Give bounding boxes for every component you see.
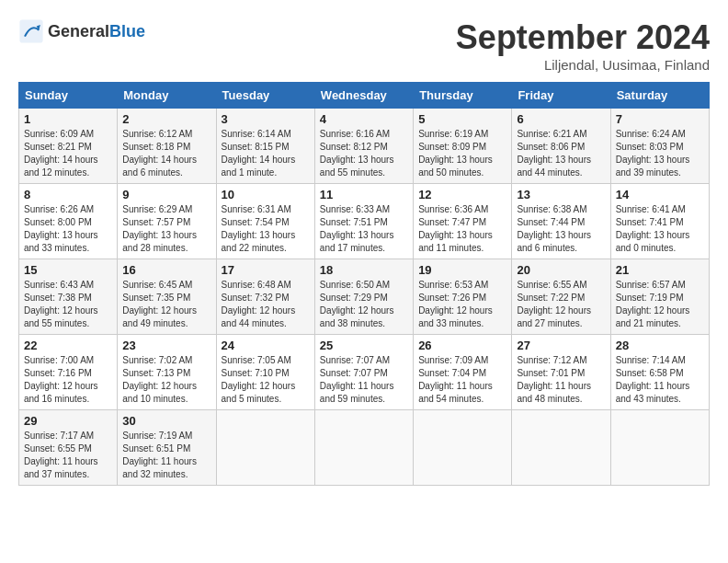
table-row: 1 Sunrise: 6:09 AM Sunset: 8:21 PM Dayli… — [19, 109, 118, 184]
day-info: Sunrise: 7:00 AM Sunset: 7:16 PM Dayligh… — [24, 354, 112, 406]
day-info: Sunrise: 6:38 AM Sunset: 7:44 PM Dayligh… — [517, 203, 605, 255]
day-info: Sunrise: 7:02 AM Sunset: 7:13 PM Dayligh… — [122, 354, 210, 406]
calendar-header-row: Sunday Monday Tuesday Wednesday Thursday… — [19, 83, 710, 109]
table-row: 17 Sunrise: 6:48 AM Sunset: 7:32 PM Dayl… — [216, 259, 314, 335]
day-info: Sunrise: 6:26 AM Sunset: 8:00 PM Dayligh… — [24, 203, 112, 255]
day-number: 4 — [320, 112, 408, 126]
calendar-week-row: 29 Sunrise: 7:17 AM Sunset: 6:55 PM Dayl… — [19, 410, 710, 486]
day-number: 10 — [222, 188, 310, 201]
col-thursday: Thursday — [414, 83, 512, 109]
table-row: 9 Sunrise: 6:29 AM Sunset: 7:57 PM Dayli… — [118, 184, 216, 259]
day-info: Sunrise: 6:48 AM Sunset: 7:32 PM Dayligh… — [222, 279, 310, 330]
day-info: Sunrise: 6:33 AM Sunset: 7:51 PM Dayligh… — [320, 203, 408, 255]
calendar-week-row: 15 Sunrise: 6:43 AM Sunset: 7:38 PM Dayl… — [19, 259, 710, 335]
day-info: Sunrise: 6:29 AM Sunset: 7:57 PM Dayligh… — [122, 203, 210, 255]
table-row: 2 Sunrise: 6:12 AM Sunset: 8:18 PM Dayli… — [118, 109, 216, 184]
day-number: 8 — [24, 188, 112, 201]
table-row — [414, 410, 512, 486]
day-info: Sunrise: 6:45 AM Sunset: 7:35 PM Dayligh… — [122, 279, 210, 330]
table-row: 10 Sunrise: 6:31 AM Sunset: 7:54 PM Dayl… — [216, 184, 314, 259]
day-number: 30 — [122, 414, 210, 428]
calendar-week-row: 8 Sunrise: 6:26 AM Sunset: 8:00 PM Dayli… — [19, 184, 710, 259]
table-row: 6 Sunrise: 6:21 AM Sunset: 8:06 PM Dayli… — [512, 109, 610, 184]
table-row: 26 Sunrise: 7:09 AM Sunset: 7:04 PM Dayl… — [414, 335, 512, 410]
table-row: 16 Sunrise: 6:45 AM Sunset: 7:35 PM Dayl… — [118, 259, 216, 335]
calendar-week-row: 22 Sunrise: 7:00 AM Sunset: 7:16 PM Dayl… — [19, 335, 710, 410]
day-info: Sunrise: 6:16 AM Sunset: 8:12 PM Dayligh… — [320, 128, 408, 179]
day-info: Sunrise: 6:24 AM Sunset: 8:03 PM Dayligh… — [616, 128, 704, 179]
table-row: 23 Sunrise: 7:02 AM Sunset: 7:13 PM Dayl… — [118, 335, 216, 410]
title-block: September 2024 Liljendal, Uusimaa, Finla… — [456, 18, 710, 73]
day-number: 23 — [122, 339, 210, 352]
col-sunday: Sunday — [19, 83, 118, 109]
logo-general-text: General — [48, 22, 109, 40]
table-row: 3 Sunrise: 6:14 AM Sunset: 8:15 PM Dayli… — [216, 109, 314, 184]
table-row: 7 Sunrise: 6:24 AM Sunset: 8:03 PM Dayli… — [610, 109, 709, 184]
logo: GeneralBlue — [18, 18, 145, 44]
col-tuesday: Tuesday — [216, 83, 314, 109]
day-number: 25 — [320, 339, 408, 352]
table-row: 5 Sunrise: 6:19 AM Sunset: 8:09 PM Dayli… — [414, 109, 512, 184]
day-info: Sunrise: 7:19 AM Sunset: 6:51 PM Dayligh… — [122, 430, 210, 481]
table-row: 4 Sunrise: 6:16 AM Sunset: 8:12 PM Dayli… — [314, 109, 413, 184]
day-info: Sunrise: 6:43 AM Sunset: 7:38 PM Dayligh… — [24, 279, 112, 330]
day-info: Sunrise: 6:14 AM Sunset: 8:15 PM Dayligh… — [222, 128, 310, 179]
day-info: Sunrise: 6:09 AM Sunset: 8:21 PM Dayligh… — [24, 128, 112, 179]
day-number: 3 — [222, 112, 310, 126]
day-number: 24 — [222, 339, 310, 352]
day-number: 21 — [616, 263, 704, 277]
col-monday: Monday — [118, 83, 216, 109]
day-info: Sunrise: 7:09 AM Sunset: 7:04 PM Dayligh… — [418, 354, 506, 406]
table-row: 24 Sunrise: 7:05 AM Sunset: 7:10 PM Dayl… — [216, 335, 314, 410]
day-number: 11 — [320, 188, 408, 201]
table-row — [314, 410, 413, 486]
day-info: Sunrise: 6:41 AM Sunset: 7:41 PM Dayligh… — [616, 203, 704, 255]
day-number: 14 — [616, 188, 704, 201]
table-row: 25 Sunrise: 7:07 AM Sunset: 7:07 PM Dayl… — [314, 335, 413, 410]
day-info: Sunrise: 6:21 AM Sunset: 8:06 PM Dayligh… — [517, 128, 605, 179]
table-row — [216, 410, 314, 486]
page-header: GeneralBlue September 2024 Liljendal, Uu… — [18, 18, 710, 73]
day-number: 15 — [24, 263, 112, 277]
day-info: Sunrise: 6:53 AM Sunset: 7:26 PM Dayligh… — [418, 279, 506, 330]
day-number: 7 — [616, 112, 704, 126]
day-number: 28 — [616, 339, 704, 352]
day-info: Sunrise: 6:31 AM Sunset: 7:54 PM Dayligh… — [222, 203, 310, 255]
table-row: 18 Sunrise: 6:50 AM Sunset: 7:29 PM Dayl… — [314, 259, 413, 335]
table-row: 21 Sunrise: 6:57 AM Sunset: 7:19 PM Dayl… — [610, 259, 709, 335]
day-info: Sunrise: 6:12 AM Sunset: 8:18 PM Dayligh… — [122, 128, 210, 179]
day-number: 19 — [418, 263, 506, 277]
location-title: Liljendal, Uusimaa, Finland — [456, 57, 710, 73]
day-info: Sunrise: 7:12 AM Sunset: 7:01 PM Dayligh… — [517, 354, 605, 406]
table-row: 19 Sunrise: 6:53 AM Sunset: 7:26 PM Dayl… — [414, 259, 512, 335]
logo-blue-text: Blue — [109, 22, 145, 40]
table-row — [512, 410, 610, 486]
day-info: Sunrise: 6:36 AM Sunset: 7:47 PM Dayligh… — [418, 203, 506, 255]
table-row: 13 Sunrise: 6:38 AM Sunset: 7:44 PM Dayl… — [512, 184, 610, 259]
table-row: 28 Sunrise: 7:14 AM Sunset: 6:58 PM Dayl… — [610, 335, 709, 410]
table-row: 29 Sunrise: 7:17 AM Sunset: 6:55 PM Dayl… — [19, 410, 118, 486]
month-title: September 2024 — [456, 18, 710, 57]
svg-rect-0 — [19, 19, 42, 42]
table-row: 20 Sunrise: 6:55 AM Sunset: 7:22 PM Dayl… — [512, 259, 610, 335]
day-info: Sunrise: 6:19 AM Sunset: 8:09 PM Dayligh… — [418, 128, 506, 179]
day-number: 18 — [320, 263, 408, 277]
calendar-table: Sunday Monday Tuesday Wednesday Thursday… — [18, 82, 710, 486]
day-number: 17 — [222, 263, 310, 277]
day-info: Sunrise: 7:07 AM Sunset: 7:07 PM Dayligh… — [320, 354, 408, 406]
col-friday: Friday — [512, 83, 610, 109]
table-row: 30 Sunrise: 7:19 AM Sunset: 6:51 PM Dayl… — [118, 410, 216, 486]
logo-icon — [18, 18, 44, 44]
table-row: 14 Sunrise: 6:41 AM Sunset: 7:41 PM Dayl… — [610, 184, 709, 259]
day-number: 13 — [517, 188, 605, 201]
day-number: 26 — [418, 339, 506, 352]
day-number: 27 — [517, 339, 605, 352]
table-row: 15 Sunrise: 6:43 AM Sunset: 7:38 PM Dayl… — [19, 259, 118, 335]
day-info: Sunrise: 6:57 AM Sunset: 7:19 PM Dayligh… — [616, 279, 704, 330]
day-number: 2 — [122, 112, 210, 126]
day-number: 29 — [24, 414, 112, 428]
table-row: 12 Sunrise: 6:36 AM Sunset: 7:47 PM Dayl… — [414, 184, 512, 259]
day-number: 9 — [122, 188, 210, 201]
table-row: 27 Sunrise: 7:12 AM Sunset: 7:01 PM Dayl… — [512, 335, 610, 410]
table-row: 22 Sunrise: 7:00 AM Sunset: 7:16 PM Dayl… — [19, 335, 118, 410]
